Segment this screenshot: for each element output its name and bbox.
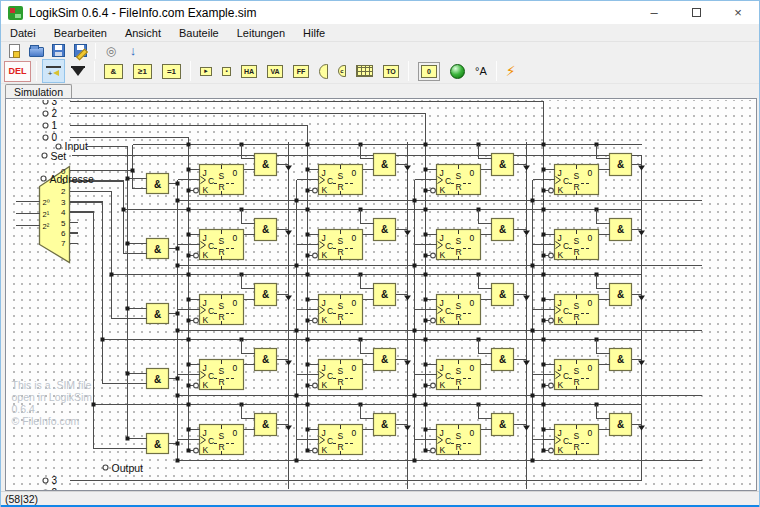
flipflop-button[interactable]: FF: [289, 59, 313, 83]
menu-item-bauteile[interactable]: Bauteile: [170, 26, 228, 40]
led-matrix-button[interactable]: [352, 59, 377, 83]
junction-dot: [542, 189, 546, 193]
canvas-text: S: [219, 236, 225, 246]
arrow-junction: [523, 231, 530, 236]
constant-zero-button[interactable]: 0: [414, 59, 444, 83]
node-circle[interactable]: [43, 123, 48, 128]
junction-dot: [187, 273, 191, 277]
led-button[interactable]: [446, 59, 469, 83]
node-circle[interactable]: [41, 176, 46, 181]
canvas-text: 0.6.4.: [12, 403, 38, 415]
canvas-text: K: [322, 380, 328, 390]
node-circle[interactable]: [42, 153, 47, 158]
junction-dot: [542, 273, 546, 277]
text-label-button[interactable]: °A: [471, 59, 491, 83]
junction-dot: [187, 338, 191, 342]
save-as-button[interactable]: [69, 43, 91, 59]
full-adder-button[interactable]: VA: [263, 59, 287, 83]
circuit-svg[interactable]: 3210&JCKSR0&JCKSR0&JCKSR0&JCKSR0&&JCKSR0…: [7, 100, 756, 490]
connector-tool-button[interactable]: [67, 59, 89, 83]
display-button[interactable]: [315, 59, 332, 83]
menu-item-ansicht[interactable]: Ansicht: [116, 26, 170, 40]
junction-dot: [306, 168, 310, 172]
node-circle[interactable]: [43, 478, 48, 483]
junction-dot: [306, 384, 310, 388]
new-file-button[interactable]: [3, 43, 25, 59]
down-arrow-icon: [72, 68, 84, 76]
junction-dot: [424, 254, 428, 258]
menu-item-datei[interactable]: Datei: [1, 26, 45, 40]
canvas-text: 7: [61, 239, 66, 248]
junction-dot: [424, 449, 428, 453]
canvas-text: S: [574, 366, 580, 376]
tab-simulation[interactable]: Simulation: [5, 84, 72, 99]
invert-bubble: [194, 318, 199, 323]
canvas-text: J: [203, 233, 207, 243]
junction-dot: [531, 199, 535, 203]
timer-button[interactable]: TO: [379, 59, 403, 83]
circuit-canvas[interactable]: 3210&JCKSR0&JCKSR0&JCKSR0&JCKSR0&&JCKSR0…: [7, 100, 756, 490]
wire-tool-button[interactable]: +: [42, 59, 65, 83]
menu-item-hilfe[interactable]: Hilfe: [294, 26, 334, 40]
menu-item-bearbeiten[interactable]: Bearbeiten: [45, 26, 116, 40]
junction-dot: [187, 189, 191, 193]
canvas-text: R: [456, 442, 462, 452]
minimize-button[interactable]: –: [633, 1, 675, 24]
junction-dot: [306, 338, 310, 342]
app-window: LogikSim 0.6.4 - FileInfo.com Example.si…: [0, 0, 760, 507]
canvas-text: C: [563, 241, 569, 251]
canvas-text: S: [456, 431, 462, 441]
junction-dot: [424, 384, 428, 388]
canvas-text: C: [563, 306, 569, 316]
junction-dot: [122, 208, 126, 212]
junction-dot: [424, 208, 428, 212]
canvas-text: &: [617, 419, 624, 430]
delete-tool-button[interactable]: DEL: [4, 61, 31, 82]
node-circle[interactable]: [43, 111, 48, 116]
close-button[interactable]: ×: [717, 1, 759, 24]
half-adder-button[interactable]: HA: [237, 59, 261, 83]
output-pin-button[interactable]: ▪: [218, 59, 235, 83]
canvas-text: © FileInfo.com: [12, 415, 80, 427]
junction-dot: [306, 428, 310, 432]
power-button[interactable]: ⚡: [502, 59, 520, 83]
canvas-text: C: [445, 371, 451, 381]
timer-icon: TO: [383, 65, 399, 78]
clock-generator-button[interactable]: c: [334, 59, 350, 83]
open-file-button[interactable]: [25, 43, 47, 59]
junction-dot: [531, 459, 535, 463]
canvas-text: J: [558, 298, 562, 308]
and-gate-button[interactable]: &: [100, 59, 127, 83]
canvas-text: &: [262, 419, 269, 430]
input-pin-button[interactable]: ▸: [196, 59, 216, 83]
junction-dot: [187, 233, 191, 237]
junction-dot: [542, 428, 546, 432]
or-gate-button[interactable]: ≥1: [129, 59, 156, 83]
canvas-text: C: [208, 436, 214, 446]
canvas-text: J: [558, 168, 562, 178]
simulate-button[interactable]: ◎: [100, 43, 122, 59]
import-button[interactable]: ↓: [122, 43, 144, 59]
node-circle[interactable]: [56, 144, 61, 149]
canvas-text: 0: [588, 428, 593, 438]
junction-dot: [306, 208, 310, 212]
save-button[interactable]: [47, 43, 69, 59]
junction-dot: [176, 329, 180, 333]
arrow-junction: [285, 426, 292, 431]
junction-dot: [187, 319, 191, 323]
canvas-text: Input: [65, 140, 88, 152]
xor-gate-button[interactable]: =1: [158, 59, 185, 83]
junction-dot: [306, 189, 310, 193]
menu-item-leitungen[interactable]: Leitungen: [228, 26, 294, 40]
node-circle[interactable]: [103, 465, 108, 470]
junction-dot: [531, 264, 535, 268]
junction-dot: [424, 338, 428, 342]
maximize-button[interactable]: [675, 1, 717, 24]
node-circle[interactable]: [43, 100, 48, 104]
save-as-icon: [74, 44, 87, 57]
canvas-text: C: [563, 436, 569, 446]
invert-bubble: [194, 383, 199, 388]
canvas-text: J: [203, 168, 207, 178]
app-icon: [8, 6, 23, 20]
node-circle[interactable]: [43, 135, 48, 140]
